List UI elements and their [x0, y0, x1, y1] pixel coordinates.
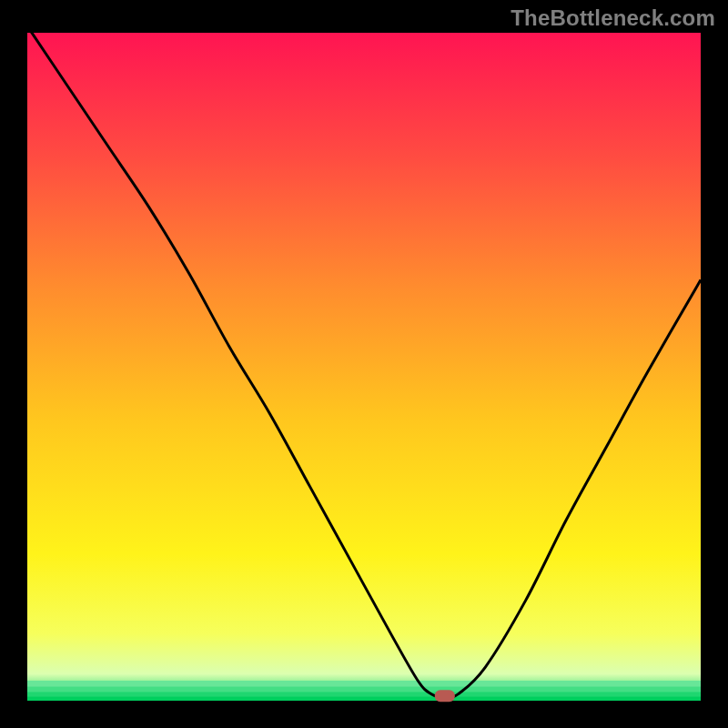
svg-rect-3	[27, 697, 701, 701]
bottleneck-marker	[435, 690, 455, 702]
bottleneck-chart	[0, 0, 728, 728]
plot-background	[27, 33, 701, 701]
chart-frame: TheBottleneck.com	[0, 0, 728, 728]
green-bands	[27, 681, 701, 701]
watermark-text: TheBottleneck.com	[511, 5, 715, 31]
